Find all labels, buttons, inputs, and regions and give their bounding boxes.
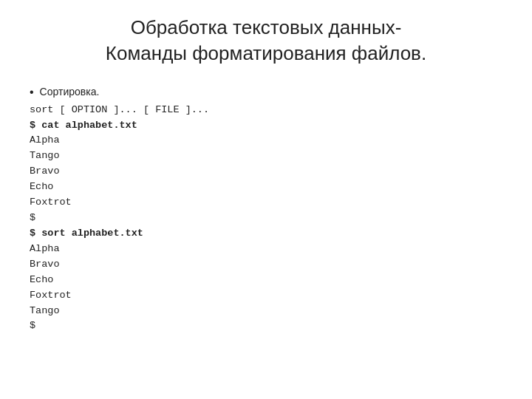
second-output-4: Tango [30, 304, 502, 319]
second-output-1: Bravo [30, 257, 502, 273]
page-title: Обработка текстовых данных- Команды форм… [30, 15, 502, 66]
first-output-3: Echo [30, 180, 502, 195]
content-area: • Сортировка. sort [ OPTION ]... [ FILE … [30, 84, 502, 334]
first-output-block: Alpha Tango Bravo Echo Foxtrot [30, 133, 502, 211]
second-output-2: Echo [30, 273, 502, 288]
second-prompt: $ [30, 320, 35, 331]
sort-syntax-line: sort [ OPTION ]... [ FILE ]... [30, 103, 502, 118]
sort-syntax: sort [ OPTION ]... [ FILE ]... [30, 104, 209, 115]
first-output-0: Alpha [30, 133, 502, 149]
first-prompt-line: $ [30, 211, 502, 226]
bullet-sort: • Сортировка. [30, 84, 502, 100]
first-command-line: $ cat alphabet.txt [30, 118, 502, 134]
first-output-4: Foxtrot [30, 195, 502, 211]
title-line2: Команды форматирования файлов. [106, 42, 426, 64]
first-output-2: Bravo [30, 164, 502, 180]
first-prompt: $ [30, 212, 35, 223]
bullet-dot: • [30, 84, 34, 100]
second-prompt-line: $ [30, 318, 502, 334]
bullet-label: Сортировка. [40, 84, 100, 100]
first-command: $ cat alphabet.txt [30, 120, 137, 131]
second-output-3: Foxtrot [30, 288, 502, 304]
second-output-block: Alpha Bravo Echo Foxtrot Tango [30, 242, 502, 319]
second-output-0: Alpha [30, 242, 502, 257]
second-command-line: $ sort alphabet.txt [30, 226, 502, 242]
page: Обработка текстовых данных- Команды форм… [0, 0, 532, 399]
first-output-1: Tango [30, 149, 502, 164]
second-command: $ sort alphabet.txt [30, 228, 143, 239]
title-line1: Обработка текстовых данных- [131, 16, 402, 38]
